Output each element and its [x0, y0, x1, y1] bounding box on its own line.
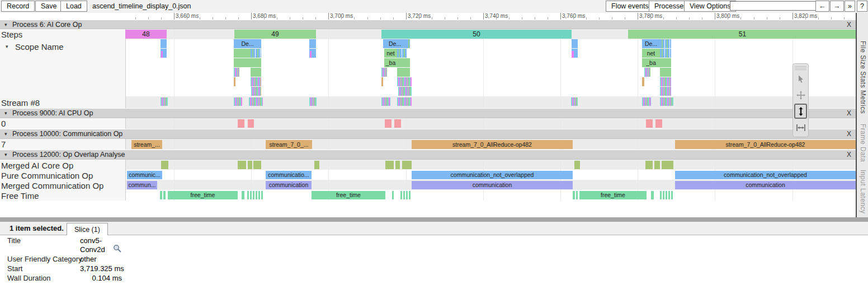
- trace-block[interactable]: 50: [381, 30, 572, 39]
- trace-block[interactable]: [234, 49, 251, 58]
- trace-block[interactable]: [645, 161, 653, 169]
- find-previous-button[interactable]: ←: [815, 1, 829, 12]
- trace-block[interactable]: [238, 119, 244, 128]
- trace-block[interactable]: net: [642, 49, 660, 58]
- trace-block[interactable]: free_time: [168, 191, 238, 199]
- trace-block[interactable]: [310, 51, 312, 58]
- trace-block[interactable]: [161, 161, 168, 169]
- flow-events-button[interactable]: Flow events: [606, 1, 654, 12]
- trace-block[interactable]: [163, 191, 166, 199]
- trace-block[interactable]: 51: [628, 30, 857, 39]
- trace-block[interactable]: [251, 77, 261, 86]
- trace-block[interactable]: _ba: [642, 58, 660, 67]
- panel-resize-divider[interactable]: [0, 217, 868, 222]
- trace-block[interactable]: [394, 119, 401, 128]
- process-header-process-10000[interactable]: ▾Process 10000: Communication OpX: [0, 129, 856, 139]
- pan-tool-button[interactable]: [794, 87, 807, 102]
- trace-block[interactable]: [654, 161, 660, 169]
- sidebar-tab-frame-data[interactable]: Frame Data: [859, 124, 867, 162]
- selection-tool-button[interactable]: [794, 71, 807, 86]
- trace-block[interactable]: [397, 58, 410, 67]
- trace-block[interactable]: _ba: [384, 58, 397, 67]
- sidebar-tab-metrics[interactable]: Metrics: [859, 90, 867, 114]
- trace-block[interactable]: [381, 97, 390, 106]
- trace-block[interactable]: [402, 161, 412, 169]
- find-next-button[interactable]: →: [830, 1, 844, 12]
- trace-block[interactable]: [247, 191, 263, 199]
- trace-block[interactable]: stream_...: [131, 140, 162, 149]
- trace-block[interactable]: De...: [383, 39, 407, 48]
- trace-block[interactable]: [234, 58, 261, 67]
- collapse-triangle-icon[interactable]: ▾: [4, 22, 7, 27]
- process-header-process-9000[interactable]: ▾Process 9000: AI CPU OpX: [0, 108, 856, 118]
- trace-block[interactable]: [572, 51, 574, 58]
- trace-block[interactable]: 49: [234, 30, 316, 39]
- view-options-button[interactable]: View Options: [684, 1, 736, 12]
- trace-block[interactable]: [253, 161, 261, 169]
- trace-block[interactable]: [660, 97, 673, 106]
- trace-block[interactable]: stream_7_0_AllReduce-op482: [675, 140, 856, 149]
- trace-block[interactable]: free_time: [579, 191, 647, 199]
- trace-block[interactable]: communication_not_overlapped: [675, 171, 856, 179]
- trace-block[interactable]: [381, 68, 387, 77]
- trace-block[interactable]: [160, 191, 162, 199]
- trace-block[interactable]: [655, 119, 662, 128]
- trace-block[interactable]: [400, 191, 412, 199]
- trace-block[interactable]: [161, 39, 167, 48]
- load-button[interactable]: Load: [60, 1, 87, 12]
- more-button[interactable]: »: [845, 1, 855, 12]
- save-button[interactable]: Save: [35, 1, 63, 12]
- trace-block[interactable]: [660, 49, 671, 58]
- magnifier-icon[interactable]: [113, 244, 121, 253]
- trace-block[interactable]: [234, 97, 242, 106]
- trace-block[interactable]: [651, 191, 654, 199]
- trace-block[interactable]: [660, 68, 671, 77]
- process-header-process-6[interactable]: ▾Process 6: AI Core OpX: [0, 20, 856, 29]
- trace-block[interactable]: [309, 97, 317, 106]
- trace-block[interactable]: communication: [412, 181, 573, 189]
- trace-block[interactable]: [242, 191, 244, 199]
- trace-block[interactable]: [251, 68, 261, 77]
- trace-block[interactable]: communication_not_overlapped: [412, 171, 573, 179]
- trace-block[interactable]: stream_7_0_...: [266, 140, 312, 149]
- trace-block[interactable]: [234, 68, 239, 77]
- timing-tool-button[interactable]: [794, 120, 807, 135]
- search-input[interactable]: [730, 1, 817, 11]
- track-label-scope-name[interactable]: Scope Name: [15, 42, 64, 52]
- trace-block[interactable]: [161, 97, 168, 106]
- record-button[interactable]: Record: [1, 1, 35, 12]
- trace-block[interactable]: [381, 77, 383, 86]
- trace-block[interactable]: [385, 119, 391, 128]
- trace-block[interactable]: [660, 39, 671, 48]
- close-track-button[interactable]: X: [847, 130, 851, 138]
- trace-block[interactable]: [398, 87, 412, 96]
- trace-block[interactable]: stream_7_0_AllReduce-op482: [412, 140, 573, 149]
- trace-block[interactable]: net: [384, 49, 397, 58]
- trace-block[interactable]: communic...: [127, 171, 162, 179]
- trace-block[interactable]: [642, 77, 644, 86]
- trace-block[interactable]: [397, 49, 407, 58]
- trace-block[interactable]: De...: [234, 39, 261, 48]
- trace-block[interactable]: [644, 68, 650, 77]
- close-track-button[interactable]: X: [847, 151, 851, 159]
- trace-block[interactable]: [309, 39, 316, 48]
- process-header-process-12000[interactable]: ▾Process 12000: Op Overlap AnalyseX: [0, 150, 856, 160]
- trace-block[interactable]: [161, 51, 163, 58]
- collapse-triangle-icon[interactable]: ▾: [4, 131, 7, 137]
- trace-block[interactable]: communicatio...: [266, 171, 312, 179]
- trace-block[interactable]: 48: [125, 30, 167, 39]
- trace-block[interactable]: [395, 161, 400, 169]
- trace-block[interactable]: [251, 49, 261, 58]
- trace-block[interactable]: [573, 191, 575, 199]
- trace-block[interactable]: [576, 191, 578, 199]
- collapse-triangle-icon[interactable]: ▾: [4, 110, 7, 116]
- trace-block[interactable]: communication: [266, 181, 312, 189]
- trace-block[interactable]: [397, 77, 412, 86]
- trace-block[interactable]: [660, 77, 671, 86]
- help-button[interactable]: ?: [857, 1, 867, 12]
- tab-slice[interactable]: Slice (1): [67, 223, 108, 236]
- trace-block[interactable]: communication: [675, 181, 856, 189]
- trace-block[interactable]: [662, 161, 673, 169]
- trace-block[interactable]: [251, 87, 261, 96]
- trace-block[interactable]: De...: [642, 39, 660, 48]
